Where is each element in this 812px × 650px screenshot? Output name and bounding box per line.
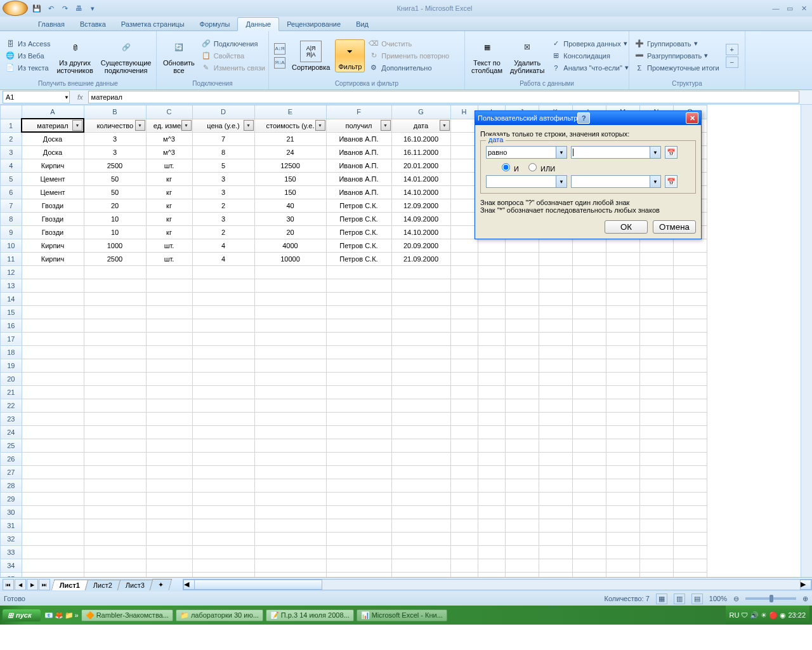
cell[interactable]	[572, 412, 606, 425]
cell[interactable]: кг	[146, 172, 192, 185]
cell[interactable]	[146, 385, 192, 399]
cell[interactable]: Цемент	[22, 185, 84, 199]
cell[interactable]	[450, 359, 478, 372]
cell[interactable]	[326, 572, 391, 577]
whatif-button[interactable]: ?Анализ "что-если" ▾	[549, 62, 630, 74]
condition2-operator[interactable]: ▼	[486, 175, 567, 188]
name-box[interactable]: A1▼	[3, 91, 70, 103]
cell[interactable]	[326, 305, 391, 319]
cell[interactable]	[254, 345, 326, 359]
cell[interactable]	[84, 479, 146, 492]
cell[interactable]	[192, 372, 254, 385]
cell[interactable]	[478, 559, 505, 572]
cell[interactable]	[391, 479, 450, 492]
cell[interactable]	[539, 399, 572, 412]
cell[interactable]: 3	[192, 212, 254, 225]
cell[interactable]	[505, 305, 539, 319]
connections-button[interactable]: 🔗Подключения	[200, 38, 266, 50]
cell[interactable]	[539, 385, 572, 399]
cell[interactable]: 14.09.2000	[391, 212, 450, 225]
cell[interactable]	[84, 359, 146, 372]
sheet-tab[interactable]: Лист1	[51, 580, 89, 590]
cell[interactable]	[673, 359, 707, 372]
chevron-down-icon[interactable]: ▼	[650, 147, 660, 158]
cell[interactable]	[84, 452, 146, 465]
cell[interactable]	[505, 572, 539, 577]
cell[interactable]	[478, 345, 505, 359]
cell[interactable]	[478, 425, 505, 439]
cell[interactable]	[391, 305, 450, 319]
cell[interactable]	[22, 572, 84, 577]
cell[interactable]	[606, 532, 639, 545]
cell[interactable]	[22, 385, 84, 399]
cell[interactable]: 150	[254, 172, 326, 185]
row-header[interactable]: 34	[1, 559, 22, 572]
cell[interactable]	[192, 345, 254, 359]
cell[interactable]	[391, 545, 450, 559]
cell[interactable]	[505, 265, 539, 279]
cell[interactable]: 4	[192, 239, 254, 252]
cell[interactable]: Гвозди	[22, 212, 84, 225]
cell[interactable]	[450, 519, 478, 532]
cell[interactable]	[254, 385, 326, 399]
lang-indicator[interactable]: RU	[730, 611, 740, 619]
cell[interactable]	[450, 559, 478, 572]
filter-dropdown-icon[interactable]: ▼	[135, 120, 145, 131]
cell[interactable]	[505, 559, 539, 572]
cell[interactable]	[450, 119, 478, 132]
cell[interactable]	[539, 452, 572, 465]
cell[interactable]	[639, 452, 673, 465]
cell[interactable]	[391, 399, 450, 412]
cell[interactable]	[146, 519, 192, 532]
cell[interactable]	[450, 492, 478, 505]
cell[interactable]	[539, 252, 572, 265]
cell[interactable]	[572, 332, 606, 345]
cell[interactable]	[572, 492, 606, 505]
cell[interactable]	[254, 492, 326, 505]
cell[interactable]	[192, 265, 254, 279]
cell[interactable]	[450, 532, 478, 545]
cell[interactable]	[391, 265, 450, 279]
row-header[interactable]: 11	[1, 252, 22, 265]
cell[interactable]	[192, 425, 254, 439]
cell[interactable]: 12.09.2000	[391, 199, 450, 212]
row-header[interactable]: 25	[1, 439, 22, 452]
cell[interactable]: количество▼	[84, 119, 146, 132]
cell[interactable]	[192, 319, 254, 332]
cell[interactable]	[146, 359, 192, 372]
cell[interactable]	[84, 412, 146, 425]
cell[interactable]	[84, 492, 146, 505]
cell[interactable]	[84, 519, 146, 532]
cell[interactable]	[572, 439, 606, 452]
cell[interactable]	[673, 452, 707, 465]
cell[interactable]	[146, 439, 192, 452]
cell[interactable]	[673, 399, 707, 412]
cell[interactable]	[505, 479, 539, 492]
zoom-slider[interactable]	[745, 597, 796, 600]
cell[interactable]	[639, 292, 673, 305]
cell[interactable]	[450, 439, 478, 452]
cell[interactable]	[84, 425, 146, 439]
column-header[interactable]: E	[254, 105, 326, 119]
filter-dropdown-icon[interactable]: ▼	[315, 120, 325, 131]
tab-layout[interactable]: Разметка страницы	[114, 18, 192, 30]
cell[interactable]	[606, 452, 639, 465]
cell[interactable]	[254, 265, 326, 279]
subtotal-button[interactable]: ΣПромежуточные итоги	[633, 62, 721, 74]
cell[interactable]	[254, 359, 326, 372]
row-header[interactable]: 6	[1, 185, 22, 199]
quicklaunch-icon[interactable]: 🦊	[55, 611, 63, 620]
cell[interactable]: 10	[84, 225, 146, 239]
cell[interactable]	[326, 319, 391, 332]
cell[interactable]: 14.10.2000	[391, 185, 450, 199]
cell[interactable]	[539, 292, 572, 305]
clock[interactable]: 23:22	[788, 611, 806, 619]
cell[interactable]: шт.	[146, 239, 192, 252]
cell[interactable]	[22, 479, 84, 492]
cell[interactable]	[254, 319, 326, 332]
cell[interactable]	[673, 305, 707, 319]
cell[interactable]	[146, 425, 192, 439]
cell[interactable]	[450, 185, 478, 199]
cell[interactable]	[326, 465, 391, 479]
cell[interactable]	[146, 332, 192, 345]
